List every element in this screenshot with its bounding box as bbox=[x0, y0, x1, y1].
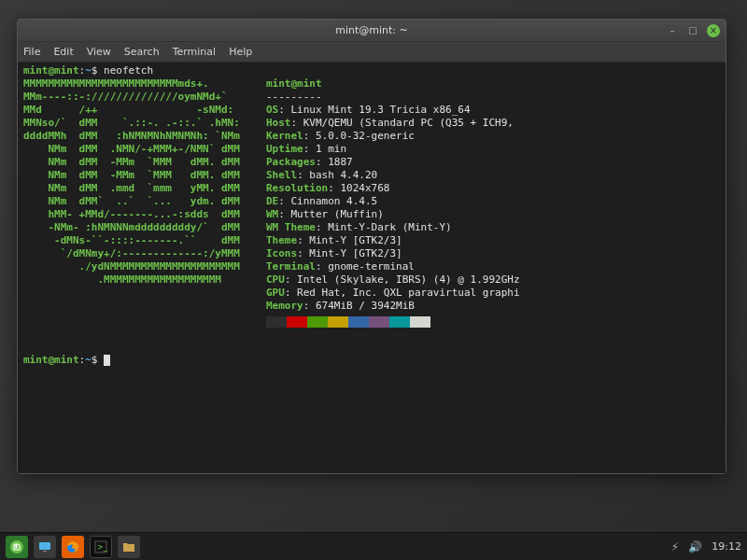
taskbar: >_ ⚡ 🔊 19:12 bbox=[0, 532, 747, 560]
close-button[interactable]: × bbox=[707, 24, 720, 37]
command-text: neofetch bbox=[104, 64, 153, 77]
minimize-button[interactable]: – bbox=[666, 24, 679, 37]
color-swatch bbox=[369, 316, 389, 328]
start-menu-button[interactable] bbox=[6, 536, 28, 558]
maximize-button[interactable]: □ bbox=[686, 24, 699, 37]
neofetch-row: ./ydNMMMMMMMMMMMMMMMMMMMMMTerminal: gnom… bbox=[23, 260, 720, 273]
prompt-line-1: mint@mint:~$ neofetch bbox=[23, 64, 720, 77]
neofetch-row: -dMNs-``-::::-------.`` dMMTheme: Mint-Y… bbox=[23, 234, 720, 247]
sound-icon[interactable]: 🔊 bbox=[688, 540, 702, 553]
terminal-launcher[interactable]: >_ bbox=[90, 536, 112, 558]
neofetch-row: MMMMMMMMMMMMMMMMMMMMMMMMMmds+.mint@mint bbox=[23, 77, 720, 91]
neofetch-row: -NMm- :hNMNNNmdddddddddy/` dMMWM Theme: … bbox=[23, 221, 720, 234]
firefox-icon bbox=[66, 540, 79, 553]
text-cursor bbox=[104, 355, 110, 366]
neofetch-row: ddddMMh dMM :hNMNMNhNMNMNh: `NMmKernel: … bbox=[23, 130, 720, 143]
neofetch-row: NMm dMM -MMm `MMM dMM. dMMPackages: 1887 bbox=[23, 156, 720, 169]
titlebar[interactable]: mint@mint: ~ – □ × bbox=[18, 20, 726, 42]
terminal-body[interactable]: mint@mint:~$ neofetch MMMMMMMMMMMMMMMMMM… bbox=[18, 63, 726, 473]
neofetch-row: NMm dMM -MMm `MMM dMM. dMMShell: bash 4.… bbox=[23, 169, 720, 182]
svg-text:>_: >_ bbox=[97, 543, 107, 552]
terminal-window: mint@mint: ~ – □ × File Edit View Search… bbox=[17, 19, 726, 474]
color-swatch bbox=[410, 316, 430, 328]
neofetch-row: NMm dMM .NMN/-+MMM+-/NMN` dMMUptime: 1 m… bbox=[23, 143, 720, 156]
color-swatch bbox=[328, 316, 348, 328]
clock[interactable]: 19:12 bbox=[712, 540, 741, 553]
neofetch-row: .MMMMMMMMMMMMMMMMMMMCPU: Intel (Skylake,… bbox=[23, 273, 720, 287]
neofetch-row: Memory: 674MiB / 3942MiB bbox=[23, 300, 720, 313]
folder-icon bbox=[122, 540, 135, 553]
neofetch-row: GPU: Red Hat, Inc. QXL paravirtual graph… bbox=[23, 287, 720, 300]
svg-rect-1 bbox=[39, 542, 50, 550]
neofetch-row: NMm dMM .mmd `mmm yMM. dMMResolution: 10… bbox=[23, 182, 720, 195]
neofetch-row: MMm----::-://////////////oymNMd+`-------… bbox=[23, 91, 720, 104]
prompt-line-2: mint@mint:~$ bbox=[23, 354, 720, 367]
files-launcher[interactable] bbox=[118, 536, 140, 558]
color-swatch bbox=[348, 316, 369, 328]
desktop-icon bbox=[38, 540, 51, 553]
neofetch-row: `/dMNmy+/:-------------:/yMMMIcons: Mint… bbox=[23, 247, 720, 260]
menubar: File Edit View Search Terminal Help bbox=[18, 42, 726, 63]
neofetch-row: MMNso/` dMM `.::-. .-::.` .hMN:Host: KVM… bbox=[23, 117, 720, 130]
neofetch-row: hMM- +MMd/-------...-:sdds dMMWM: Mutter… bbox=[23, 208, 720, 221]
network-icon[interactable]: ⚡ bbox=[671, 540, 679, 553]
color-swatch bbox=[389, 316, 410, 328]
system-tray: ⚡ 🔊 19:12 bbox=[671, 540, 741, 553]
menu-search[interactable]: Search bbox=[124, 46, 160, 58]
color-swatch bbox=[287, 316, 307, 328]
menu-help[interactable]: Help bbox=[229, 46, 252, 58]
menu-edit[interactable]: Edit bbox=[53, 46, 73, 58]
window-controls: – □ × bbox=[666, 24, 720, 37]
color-swatch bbox=[307, 316, 328, 328]
desktop: mint@mint: ~ – □ × File Edit View Search… bbox=[0, 0, 747, 560]
neofetch-row: NMm dMM` ..` `... ydm. dMMDE: Cinnamon 4… bbox=[23, 195, 720, 208]
mint-logo-icon bbox=[9, 539, 24, 554]
color-swatches bbox=[266, 316, 720, 328]
svg-rect-2 bbox=[43, 551, 47, 552]
menu-view[interactable]: View bbox=[87, 46, 111, 58]
firefox-launcher[interactable] bbox=[62, 536, 84, 558]
menu-terminal[interactable]: Terminal bbox=[173, 46, 217, 58]
color-swatch bbox=[266, 316, 287, 328]
show-desktop-button[interactable] bbox=[34, 536, 56, 558]
neofetch-row: MMd /++ -sNMd:OS: Linux Mint 19.3 Tricia… bbox=[23, 104, 720, 117]
menu-file[interactable]: File bbox=[23, 46, 40, 58]
window-title: mint@mint: ~ bbox=[335, 24, 408, 36]
terminal-icon: >_ bbox=[94, 540, 107, 553]
